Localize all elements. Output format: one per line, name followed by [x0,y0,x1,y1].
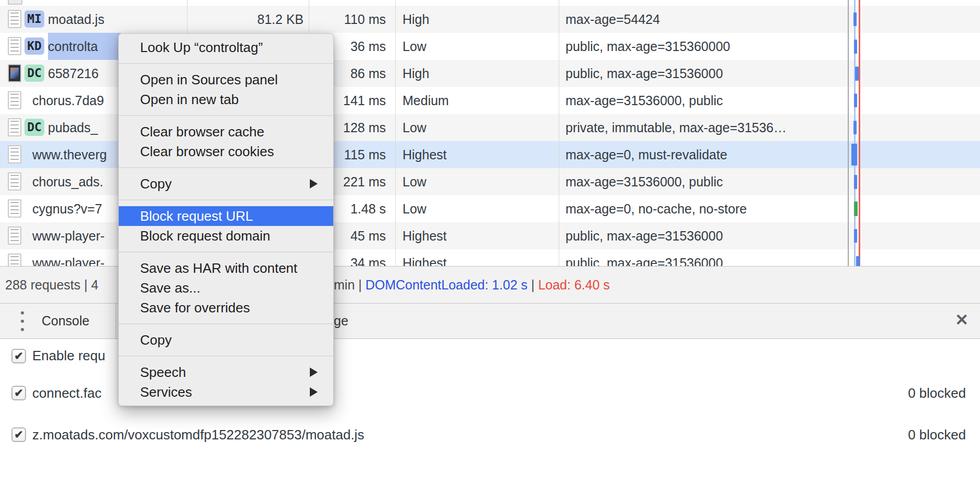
summary-separator: | [527,277,538,292]
menu-item-copy[interactable]: Copy [119,174,333,194]
request-name: chorus_ads. [32,168,118,195]
request-name: www.theverg [32,141,118,168]
waterfall-bar [851,144,857,166]
request-priority: High [403,60,554,87]
request-cache-control: public, max-age=31536000 [566,249,844,266]
request-cache-control: private, immutable, max-age=31536… [566,114,844,141]
document-icon [8,118,21,136]
menu-item-clear-browser-cookies[interactable]: Clear browser cookies [119,142,333,161]
waterfall-bar [854,94,857,107]
document-icon [8,199,21,218]
waterfall-bar [856,256,860,266]
request-name: moatad.js [48,6,134,33]
waterfall-bar [855,67,859,81]
request-cache-control: public, max-age=31536000 [566,222,844,249]
load-marker-line [859,0,860,266]
menu-item-save-for-overrides[interactable]: Save for overrides [119,298,333,318]
drawer-overflow-menu-button[interactable] [19,311,26,331]
document-icon [8,145,21,163]
network-request-row[interactable]: MImoatad.js81.2 KB110 msHighmax-age=5442… [0,6,980,33]
request-priority: Highest [403,249,554,266]
menu-item-clear-browser-cache[interactable]: Clear browser cache [119,122,333,142]
blocked-pattern-checkbox[interactable]: ✔ [11,386,26,400]
request-priority: Low [403,114,554,141]
request-priority: Medium [403,87,554,114]
initiator-badge: DC [24,65,44,82]
request-cache-control: max-age=0, no-cache, no-store [566,195,844,222]
load-time: Load: 6.40 s [538,277,610,292]
request-name: chorus.7da9 [32,87,118,114]
blocked-pattern-url: connect.fac [32,372,102,414]
submenu-arrow-icon [310,179,318,188]
enable-request-blocking-label: Enable requ [32,339,105,372]
waterfall-bar [853,121,857,134]
menu-separator [119,115,333,116]
blocked-pattern-row[interactable]: ✔z.moatads.com/voxcustomdfp152282307853/… [0,414,980,456]
menu-separator [119,167,333,168]
request-cache-control: max-age=31536000, public [566,87,844,114]
initiator-badge: MI [24,10,44,28]
menu-item-block-request-domain[interactable]: Block request domain [119,226,333,246]
waterfall-bar [854,229,857,243]
column-divider-priority-cache [559,0,559,266]
column-divider-time-priority [395,0,396,266]
request-priority: Low [403,33,554,60]
request-priority: High [403,6,554,33]
document-icon [8,172,21,191]
document-icon [8,226,21,245]
request-priority: Highest [403,222,554,249]
column-divider-waterfall [848,0,849,266]
waterfall-bar [854,175,857,189]
request-cache-control: public, max-age=31536000 [566,60,844,87]
waterfall-bar [854,40,857,54]
context-menu: Look Up “controltag”Open in Sources pane… [118,33,334,406]
timing-summary: min | DOMContentLoaded: 1.02 s | Load: 6… [334,267,610,303]
menu-separator [119,323,333,324]
menu-item-save-as[interactable]: Save as... [119,278,333,298]
submenu-arrow-icon [310,368,318,377]
blocked-count: 0 blocked [908,372,966,414]
menu-item-block-request-url[interactable]: Block request URL [119,206,333,226]
menu-item-open-in-sources-panel[interactable]: Open in Sources panel [119,70,333,90]
request-size: 81.2 KB [187,6,304,33]
request-count-summary: 288 requests | 4 [5,267,98,303]
domcontentloaded-time: DOMContentLoaded: 1.02 s [366,277,527,292]
waterfall-bar [854,201,858,216]
request-name: www-player- [32,222,118,249]
close-drawer-icon[interactable]: ✕ [955,304,969,338]
enable-request-blocking-checkbox[interactable]: ✔ [11,349,26,363]
blocked-pattern-checkbox[interactable]: ✔ [11,427,26,442]
initiator-badge: DC [24,119,44,136]
menu-item-save-as-har-with-content[interactable]: Save as HAR with content [119,258,333,278]
request-priority: Highest [403,141,554,168]
submenu-arrow-icon [310,387,318,397]
document-icon [8,91,21,109]
menu-item-copy[interactable]: Copy [119,330,333,350]
blocked-count: 0 blocked [908,414,966,456]
menu-item-services[interactable]: Services [119,382,333,402]
request-cache-control: max-age=0, must-revalidate [566,141,844,168]
menu-separator [119,356,333,357]
menu-separator [119,63,333,64]
document-icon [8,37,21,55]
menu-item-open-in-new-tab[interactable]: Open in new tab [119,90,333,109]
partial-tab-label[interactable]: ge [334,304,348,338]
request-name: cygnus?v=7 [32,195,118,222]
document-icon [8,10,21,28]
clipped-file-icon [8,0,22,5]
request-priority: Low [403,168,554,195]
menu-separator [119,199,333,200]
tab-divider [116,304,116,338]
menu-item-look-up-controltag[interactable]: Look Up “controltag” [119,37,333,57]
request-time: 110 ms [309,6,386,33]
image-preview-icon [8,64,21,82]
waterfall-bar [853,12,857,26]
request-name: www-player- [32,249,118,266]
request-priority: Low [403,195,554,222]
menu-item-speech[interactable]: Speech [119,362,333,382]
request-name: controlta [48,33,121,60]
request-cache-control: public, max-age=315360000 [566,33,844,60]
menu-separator [119,251,333,252]
request-cache-control: max-age=31536000, public [566,168,844,195]
tab-console[interactable]: Console [42,304,90,338]
